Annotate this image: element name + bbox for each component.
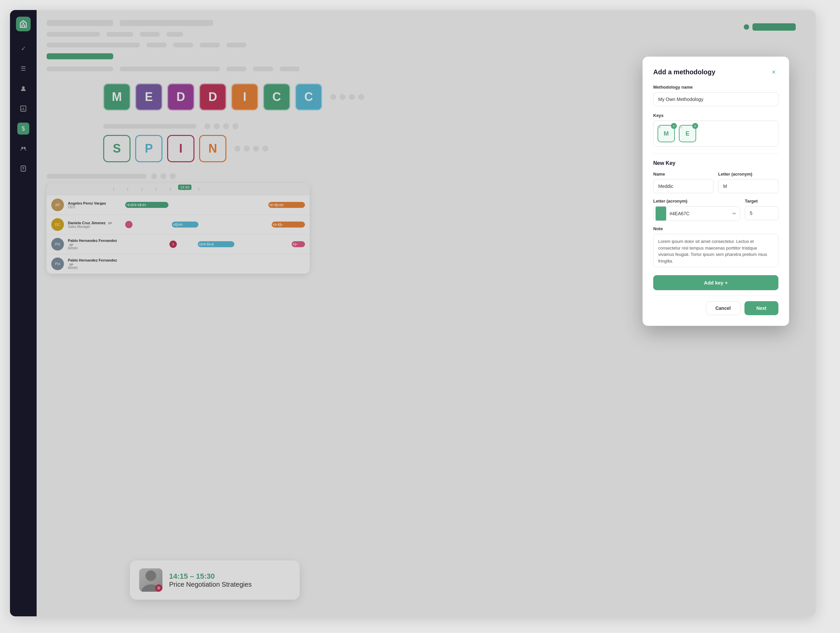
key-chip-E[interactable]: ⠿ E × [679,125,696,142]
color-target-row: Letter (acronym) ✏ Target [653,199,778,221]
note-textarea[interactable]: Lorem ipsum dolor sit amet consectetur. … [653,234,778,267]
note-section: Note Lorem ipsum dolor sit amet consecte… [653,226,778,269]
keys-section: Keys ⠿ M × ⠿ E × [653,113,778,147]
letter-acronym-col: Letter (acronym) [718,172,778,193]
new-key-name-row: Name Letter (acronym) [653,172,778,193]
letter-acronym-input[interactable] [718,179,778,193]
drag-handle-icon: ⠿ [659,126,661,129]
methodology-name-label: Methodology name [653,85,778,90]
color-input-row: ✏ [653,206,740,221]
keys-label: Keys [653,113,778,118]
color-hex-input[interactable] [668,211,729,216]
keys-area: ⠿ M × ⠿ E × [653,120,778,147]
key-chip-M[interactable]: ⠿ M × [658,125,675,142]
letter-acronym-label: Letter (acronym) [718,172,778,177]
key-letter: M [664,130,669,137]
color-col: Letter (acronym) ✏ [653,199,740,221]
modal-close-button[interactable]: × [769,67,778,77]
key-remove-button[interactable]: × [671,123,677,129]
modal-title: Add a methodology [653,68,715,76]
name-col: Name [653,172,714,193]
note-label: Note [653,226,778,231]
color-swatch [655,207,666,220]
add-key-button[interactable]: Add key + [653,275,778,290]
target-input[interactable] [745,206,778,220]
letter-acronym2-label: Letter (acronym) [653,199,740,204]
app-container: ✓ ☰ $ [10,10,816,616]
name-input[interactable] [653,179,714,193]
key-remove-button[interactable]: × [692,123,698,129]
next-button[interactable]: Next [744,301,778,315]
section-divider [653,153,778,154]
key-letter: E [685,130,690,137]
name-label: Name [653,172,714,177]
target-label: Target [745,199,778,204]
target-col: Target [745,199,778,221]
edit-icon[interactable]: ✏ [729,211,740,216]
methodology-name-input[interactable] [653,92,778,106]
drag-handle-icon: ⠿ [680,126,682,129]
modal-footer: Cancel Next [653,296,778,315]
modal-header: Add a methodology × [653,67,778,77]
new-key-title: New Key [653,160,778,166]
methodology-name-section: Methodology name [653,85,778,106]
modal-add-methodology: Add a methodology × Methodology name Key… [643,57,789,326]
cancel-button[interactable]: Cancel [706,301,741,315]
